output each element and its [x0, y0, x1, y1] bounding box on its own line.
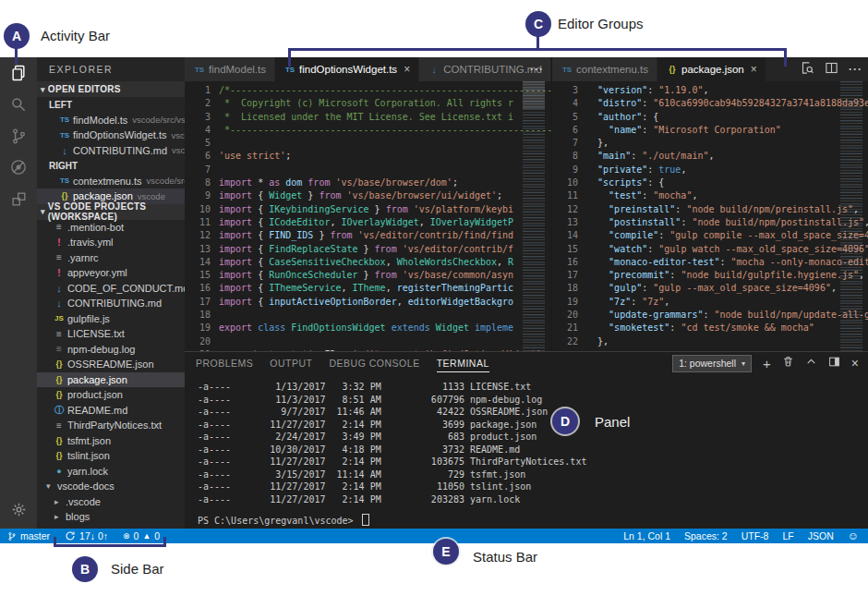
- code-line: 10import { IKeybindingService } from 'vs…: [185, 203, 551, 216]
- terminal-line: -a---- 11/27/2017 2:14 PM 203283 yarn.lo…: [198, 493, 868, 506]
- sync-icon: [65, 530, 76, 541]
- status-item[interactable]: Ln 1, Col 1: [623, 530, 670, 541]
- terminal-line: -a---- 11/3/2017 8:51 AM 607796 npm-debu…: [198, 394, 868, 407]
- ts-file-icon: TS: [561, 66, 573, 74]
- terminal-cursor: [362, 514, 369, 526]
- terminal[interactable]: -a---- 1/13/2017 3:32 PM 1133 LICENSE.tx…: [185, 374, 868, 528]
- close-icon[interactable]: ×: [404, 63, 410, 76]
- panel-tab-terminal[interactable]: TERMINAL: [437, 355, 489, 372]
- activity-bar: [0, 57, 37, 529]
- status-item[interactable]: UTF-8: [741, 530, 769, 541]
- tree-item[interactable]: ⓘREADME.md: [37, 403, 185, 419]
- editor-right[interactable]: 3 "version": "1.19.0",4 "distro": "610ca…: [552, 81, 868, 354]
- annotation-d-circle: D: [552, 408, 578, 434]
- settings-gear-icon[interactable]: [0, 502, 37, 517]
- git-branch-indicator[interactable]: master: [7, 530, 50, 542]
- side-bar: EXPLORER ▾ OPEN EDITORS LEFTTSfindModel.…: [37, 57, 185, 529]
- code-line: 5: [185, 137, 551, 150]
- debug-icon[interactable]: [0, 152, 37, 183]
- editor-tab-package.json[interactable]: {}package.json×: [657, 57, 766, 81]
- editor-tab-findOptionsWidget.ts[interactable]: TSfindOptionsWidget.ts×: [275, 57, 419, 81]
- code-line: 20 "update-grammars": "node build/npm/up…: [552, 309, 868, 322]
- more-actions-icon[interactable]: ···: [530, 57, 544, 81]
- open-editors-header[interactable]: ▾ OPEN EDITORS: [37, 81, 185, 97]
- code-line: 3 "version": "1.19.0",: [552, 84, 868, 97]
- status-item[interactable]: JSON: [808, 530, 834, 541]
- yarn-file-icon: ●: [52, 467, 66, 476]
- annotation-c-bracket: [288, 48, 787, 51]
- open-preview-icon[interactable]: [801, 61, 814, 79]
- panel-layout-icon[interactable]: [828, 355, 840, 371]
- ts-file-icon: TS: [57, 176, 72, 185]
- code-line: 8import * as dom from 'vs/base/browser/d…: [185, 176, 551, 189]
- annotation-d-label: Panel: [595, 414, 630, 430]
- code-line: 16import { IThemeService, ITheme, regist…: [185, 282, 551, 295]
- split-editor-icon[interactable]: [825, 61, 838, 79]
- code-line: 13 "postinstall": "node build/npm/postin…: [552, 216, 868, 229]
- new-terminal-icon[interactable]: +: [763, 357, 771, 371]
- md-file-icon: ↓: [428, 64, 440, 75]
- search-icon[interactable]: [0, 89, 37, 120]
- source-control-icon[interactable]: [0, 120, 37, 152]
- feedback-smiley-icon[interactable]: ☺: [848, 529, 859, 542]
- editor-tab-contextmenu.ts[interactable]: TScontextmenu.ts: [552, 57, 657, 81]
- tree-item[interactable]: JSgulpfile.js: [37, 311, 185, 327]
- tree-item[interactable]: ↓CONTRIBUTING.md: [37, 296, 185, 311]
- open-editor-item[interactable]: TSfindModel.tsvscode/src/vs/...: [37, 113, 185, 128]
- code-line: 7: [185, 164, 551, 176]
- open-editor-item[interactable]: TScontextmenu.tsvscode/src/...: [37, 174, 185, 189]
- kill-terminal-trash-icon[interactable]: [782, 355, 794, 371]
- tree-item[interactable]: ▾vscode-docs: [37, 479, 185, 494]
- status-item[interactable]: LF: [782, 530, 793, 541]
- minimap[interactable]: [523, 81, 545, 354]
- problems-indicator[interactable]: ⊗ 0 ▲ 0: [123, 530, 160, 541]
- extensions-icon[interactable]: [0, 183, 37, 214]
- close-icon[interactable]: ×: [751, 63, 757, 76]
- tree-item[interactable]: ↓CODE_OF_CONDUCT.md: [37, 281, 185, 297]
- open-editor-item[interactable]: TSfindOptionsWidget.tsvsco...: [37, 128, 185, 143]
- code-line: 8 "main": "./out/main",: [552, 150, 868, 163]
- panel-tab-output[interactable]: OUTPUT: [270, 355, 312, 372]
- tree-item[interactable]: !appveyor.yml: [37, 265, 185, 281]
- tree-item[interactable]: ≡.yarnrc: [37, 250, 185, 266]
- terminal-picker[interactable]: 1: powershell ▾: [672, 355, 752, 372]
- minimap-slider[interactable]: [523, 81, 545, 109]
- minimap[interactable]: [840, 81, 862, 354]
- bang-file-icon: !: [52, 268, 66, 278]
- maximize-panel-chevron-icon[interactable]: [805, 355, 817, 371]
- tree-item[interactable]: ≡npm-debug.log: [37, 342, 185, 358]
- code-line: 7 },: [552, 137, 868, 150]
- json-file-icon: {}: [52, 451, 66, 460]
- tree-item[interactable]: !.travis.yml: [37, 235, 185, 250]
- tree-item[interactable]: ≡LICENSE.txt: [37, 326, 185, 342]
- tree-item[interactable]: ●yarn.lock: [37, 464, 185, 480]
- tree-item[interactable]: {}OSSREADME.json: [37, 357, 185, 372]
- tree-item[interactable]: {}product.json: [37, 387, 185, 403]
- code-line: 15import { RunOnceScheduler } from 'vs/b…: [185, 269, 551, 282]
- editor-tab-findModel.ts[interactable]: TSfindModel.ts: [185, 57, 275, 81]
- close-panel-icon[interactable]: ×: [851, 357, 859, 370]
- tree-item[interactable]: {}tsfmt.json: [37, 433, 185, 449]
- chevron-right-icon: ▸: [54, 512, 65, 521]
- terminal-line: -a---- 2/24/2017 3:49 PM 683 product.jso…: [198, 431, 868, 444]
- more-actions-icon[interactable]: ···: [849, 63, 862, 76]
- code-line: 19export class FindOptionsWidget extends…: [185, 322, 551, 334]
- explorer-icon[interactable]: [0, 57, 37, 89]
- panel-tab-problems[interactable]: PROBLEMS: [196, 355, 253, 372]
- panel-tab-debug-console[interactable]: DEBUG CONSOLE: [330, 355, 420, 372]
- code-line: 14import { CaseSensitiveCheckbox, WholeW…: [185, 256, 551, 269]
- vscode-window: EXPLORER ▾ OPEN EDITORS LEFTTSfindModel.…: [0, 57, 868, 543]
- editor-left[interactable]: 1/*-------------------------------------…: [185, 81, 551, 354]
- status-item[interactable]: Spaces: 2: [684, 530, 728, 541]
- open-editor-item[interactable]: ↓CONTRIBUTING.mdvscode: [37, 143, 185, 159]
- open-editors-list: LEFTTSfindModel.tsvscode/src/vs/...TSfin…: [37, 97, 185, 204]
- tree-item[interactable]: ▸blogs: [37, 509, 185, 525]
- workspace-header[interactable]: ▾ VS CODE PROJECTS (WORKSPACE): [37, 204, 185, 220]
- tree-item[interactable]: {}tslint.json: [37, 448, 185, 464]
- sync-indicator[interactable]: 17↓ 0↑: [65, 530, 108, 541]
- tree-item[interactable]: {}package.json: [37, 372, 185, 388]
- tree-item[interactable]: ≡ThirdPartyNotices.txt: [37, 418, 185, 433]
- panel-tab-bar: PROBLEMSOUTPUTDEBUG CONSOLETERMINAL 1: p…: [185, 352, 868, 374]
- code-line: 16 "monaco-editor-test": "mocha --only-m…: [552, 256, 868, 269]
- tree-item[interactable]: ▸.vscode: [37, 494, 185, 510]
